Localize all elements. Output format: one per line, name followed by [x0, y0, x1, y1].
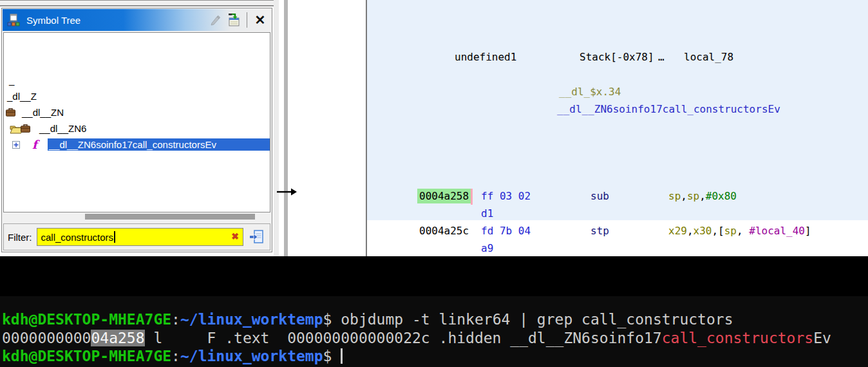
symbol-tree-icon [6, 12, 21, 28]
operand-token: ] [805, 225, 811, 237]
panel-gap [274, 0, 279, 256]
operand-token: sp [687, 190, 699, 202]
terminal-line: kdh@DESKTOP-MHEA7GE:~/linux_worktemp$ ob… [2, 310, 831, 329]
function-icon: f [32, 139, 37, 151]
instruction-address-highlighted[interactable]: 0004a258 [417, 189, 471, 203]
tree-item[interactable]: _ [4, 72, 270, 88]
terminal-segment: : [171, 348, 180, 364]
briefcase-icon [6, 108, 15, 117]
variable-name: local_78 [684, 51, 733, 64]
operand-token: x30 [693, 225, 712, 237]
tree-item[interactable]: __dl__ZN [4, 104, 270, 120]
flow-arrow-icon [277, 187, 297, 197]
display-filter-icon[interactable] [226, 12, 241, 28]
terminal-segment: 0000000000 [2, 330, 91, 346]
splitter-line [284, 0, 288, 256]
terminal-segment: l F .text 000000000000022c .hidden __dl_… [145, 330, 662, 346]
tree-item-label[interactable]: __dl__ZN6soinfo17call_constructorsEv [48, 138, 270, 151]
tree-item-label[interactable]: __dl__ZN [21, 106, 65, 118]
symbol-tree-panel: Symbol Tree [1, 8, 272, 252]
instruction-bytes-wrap[interactable]: a9 [481, 242, 493, 255]
operand-token: #0x80 [706, 190, 737, 202]
operand-token: , [687, 225, 693, 237]
filter-options-button[interactable] [248, 228, 266, 246]
terminal-segment: $ [323, 348, 341, 364]
variable-storage: Stack[-0x78] [580, 51, 654, 64]
edit-symbol-icon [207, 12, 223, 28]
operand-token: , [737, 225, 749, 237]
tree-item[interactable]: f__dl__ZN6soinfo17call_constructorsEv [4, 136, 270, 153]
terminal-segment: Ev [813, 330, 831, 346]
instruction-bytes[interactable]: fd 7b 04 [481, 225, 531, 238]
filter-text: call_constructors [41, 232, 114, 243]
toolbar-separator [247, 12, 247, 28]
filter-label: Filter: [8, 232, 32, 243]
operand-token: x29 [668, 225, 687, 237]
operand-token: , [699, 190, 706, 202]
terminal-lines: kdh@DESKTOP-MHEA7GE:~/linux_worktemp$ ob… [2, 310, 831, 366]
terminal-segment: ~/linux_worktemp [180, 311, 323, 328]
instruction-operands[interactable]: sp,sp,#0x80 [668, 190, 737, 203]
terminal-segment: $ objdump -t linker64 | grep call_constr… [323, 311, 733, 328]
instruction-bytes-wrap[interactable]: d1 [481, 207, 493, 220]
panel-title: Symbol Tree [26, 15, 80, 26]
instruction-address[interactable]: 0004a25c [419, 225, 469, 238]
operand-token: , [712, 225, 718, 237]
operand-token: sp [724, 225, 737, 237]
terminal-segment: kdh@DESKTOP-MHEA7GE [2, 348, 171, 364]
instruction-mnemonic[interactable]: stp [590, 225, 609, 238]
operand-token: #local_40 [749, 225, 805, 237]
screenshot-root: Symbol Tree [0, 0, 868, 367]
instruction-bytes[interactable]: ff 03 02 [481, 190, 531, 203]
code-label[interactable]: __dl_$x.34 [559, 86, 621, 99]
terminal-segment: kdh@DESKTOP-MHEA7GE [2, 311, 171, 328]
tree-item[interactable]: _dl__Z [4, 88, 270, 104]
upper-panel-edge [0, 0, 275, 6]
filter-input[interactable]: call_constructors ✖ [37, 228, 244, 246]
horizontal-scrollbar[interactable] [4, 214, 270, 220]
operand-token: [ [718, 225, 724, 237]
function-label[interactable]: __dl__ZN6soinfo17call_constructorsEv [557, 103, 780, 116]
listing-panel[interactable]: undefined1 Stack[-0x78] … local_78 __dl_… [366, 0, 868, 256]
truncation-ellipsis: … [658, 51, 665, 64]
listing-cursor [471, 189, 473, 205]
scrollbar-thumb[interactable] [85, 214, 255, 220]
terminal-black-band [0, 256, 868, 296]
operand-token: , [681, 190, 687, 202]
terminal-segment: call_constructors [662, 330, 813, 346]
variable-datatype: undefined1 [455, 51, 516, 64]
symbol-tree-header[interactable]: Symbol Tree [3, 9, 271, 31]
terminal-segment: 04a258 [91, 330, 144, 346]
instruction-operands[interactable]: x29,x30,[sp, #local_40] [668, 225, 811, 238]
symbol-tree-toolbar: ✕ [207, 12, 268, 28]
symbol-tree-list: __dl__Z__dl__ZN__dl__ZN6f__dl__ZN6soinfo… [3, 32, 270, 212]
terminal-panel[interactable]: kdh@DESKTOP-MHEA7GE:~/linux_worktemp$ ob… [0, 256, 868, 367]
terminal-cursor [341, 348, 343, 364]
instruction-mnemonic[interactable]: sub [590, 190, 609, 203]
clear-filter-icon[interactable]: ✖ [231, 232, 239, 241]
text-caret [114, 231, 115, 243]
tree-item-label[interactable]: __dl__ZN6 [38, 122, 88, 135]
close-icon[interactable]: ✕ [252, 12, 268, 28]
expand-plus-icon[interactable] [12, 141, 20, 149]
open-folder-icon [10, 124, 30, 134]
terminal-segment: : [171, 311, 180, 328]
filter-bar: Filter: call_constructors ✖ [3, 223, 270, 250]
tree-item-label[interactable]: _dl__Z [6, 90, 38, 102]
operand-token: sp [668, 190, 681, 202]
terminal-line: kdh@DESKTOP-MHEA7GE:~/linux_worktemp$ [2, 347, 831, 366]
terminal-segment: ~/linux_worktemp [180, 348, 323, 364]
tree-item[interactable]: __dl__ZN6 [4, 120, 270, 136]
terminal-line: 000000000004a258 l F .text 0000000000000… [2, 329, 831, 348]
tree-item-label[interactable]: _ [8, 74, 15, 86]
